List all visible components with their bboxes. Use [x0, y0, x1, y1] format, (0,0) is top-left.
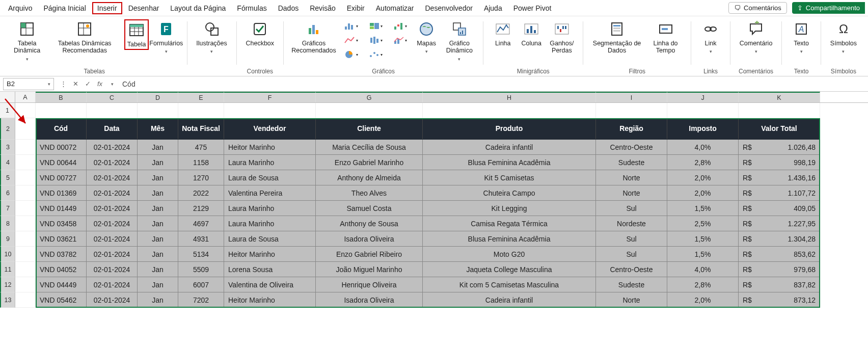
table-cell[interactable]: VND 03458 — [36, 216, 87, 231]
column-header-K[interactable]: K — [739, 92, 820, 102]
pivot-chart-button[interactable]: Gráfico Dinâmico ▾ — [443, 19, 476, 63]
column-header-J[interactable]: J — [667, 92, 739, 102]
cell[interactable] — [15, 140, 36, 155]
table-cell[interactable]: 4,0% — [667, 140, 739, 155]
chart-type-statistic[interactable]: ▾ — [365, 34, 386, 47]
row-header-10[interactable]: 10 — [0, 247, 15, 262]
menu-tab-layout-da-página[interactable]: Layout da Página — [165, 2, 231, 14]
table-cell[interactable]: 2129 — [178, 201, 224, 216]
cell[interactable] — [15, 170, 36, 185]
checkbox-button[interactable]: Checkbox — [243, 19, 276, 48]
menu-tab-exibir[interactable]: Exibir — [342, 2, 370, 14]
cell[interactable] — [15, 185, 36, 201]
table-cell[interactable]: Jan — [138, 140, 178, 155]
table-cell[interactable]: 4697 — [178, 216, 224, 231]
table-cell[interactable]: 2,8% — [667, 155, 739, 170]
table-cell[interactable]: Laura de Sousa — [224, 231, 316, 247]
maps-button[interactable]: Mapas ▾ — [414, 19, 439, 55]
table-cell[interactable]: Norte — [596, 292, 667, 308]
table-cell[interactable]: Laura Marinho — [224, 155, 316, 170]
table-cell[interactable]: Henrique Oliveira — [316, 277, 423, 292]
table-cell[interactable]: R$853,62 — [739, 247, 820, 262]
recommended-charts-button[interactable]: Gráficos Recomendados — [291, 19, 337, 56]
sparkline-column-button[interactable]: Coluna — [519, 19, 544, 48]
table-cell[interactable]: Norte — [596, 185, 667, 201]
table-cell[interactable]: 1,5% — [667, 201, 739, 216]
table-cell[interactable]: 02-01-2024 — [87, 277, 138, 292]
cell[interactable] — [36, 103, 87, 118]
table-cell[interactable]: Chuteira Campo — [423, 185, 596, 201]
table-header-cell[interactable]: Região — [596, 118, 667, 140]
table-cell[interactable]: Sudeste — [596, 155, 667, 170]
cell[interactable] — [15, 201, 36, 216]
comments-button[interactable]: 🗨 Comentários — [728, 2, 787, 14]
table-cell[interactable]: R$1.107,72 — [739, 185, 820, 201]
table-cell[interactable]: Kit 5 Camisetas — [423, 170, 596, 185]
row-header-8[interactable]: 8 — [0, 216, 15, 231]
table-cell[interactable]: Heitor Marinho — [224, 292, 316, 308]
column-header-D[interactable]: D — [138, 92, 178, 102]
table-cell[interactable]: Enzo Gabriel Ribeiro — [316, 247, 423, 262]
table-cell[interactable]: 4,0% — [667, 262, 739, 277]
table-cell[interactable]: VND 00072 — [36, 140, 87, 155]
table-cell[interactable]: Jan — [138, 247, 178, 262]
table-cell[interactable]: 7202 — [178, 292, 224, 308]
table-cell[interactable]: 02-01-2024 — [87, 185, 138, 201]
table-cell[interactable]: 2,0% — [667, 292, 739, 308]
table-cell[interactable]: VND 03621 — [36, 231, 87, 247]
cell[interactable] — [87, 103, 138, 118]
table-cell[interactable]: 5134 — [178, 247, 224, 262]
menu-tab-revisão[interactable]: Revisão — [305, 2, 341, 14]
menu-tab-desenvolvedor[interactable]: Desenvolvedor — [420, 2, 477, 14]
chart-type-waterfall[interactable]: ▾ — [390, 19, 410, 33]
table-cell[interactable]: VND 04052 — [36, 262, 87, 277]
table-cell[interactable]: VND 00727 — [36, 170, 87, 185]
table-cell[interactable]: 2,0% — [667, 170, 739, 185]
sparkline-line-button[interactable]: Linha — [491, 19, 515, 48]
row-header-6[interactable]: 6 — [0, 185, 15, 201]
column-header-G[interactable]: G — [316, 92, 423, 102]
table-cell[interactable]: Maria Cecília de Sousa — [316, 140, 423, 155]
slicer-button[interactable]: Segmentação de Dados — [590, 19, 643, 56]
formula-more-button[interactable]: ⋮ — [57, 78, 69, 90]
cell[interactable] — [15, 216, 36, 231]
row-header-4[interactable]: 4 — [0, 155, 15, 170]
cancel-button[interactable]: ✕ — [69, 78, 82, 90]
formula-dropdown[interactable]: ▾ — [106, 78, 118, 90]
cell[interactable] — [739, 103, 820, 118]
table-cell[interactable]: Valentina de Oliveira — [224, 277, 316, 292]
table-cell[interactable]: Blusa Feminina Acadêmia — [423, 155, 596, 170]
insert-function-button[interactable]: fx — [94, 78, 106, 90]
table-cell[interactable]: Sudeste — [596, 277, 667, 292]
table-header-cell[interactable]: Nota Fiscal — [178, 118, 224, 140]
table-cell[interactable]: 6007 — [178, 277, 224, 292]
cell[interactable] — [596, 103, 667, 118]
table-cell[interactable]: R$1.227,95 — [739, 216, 820, 231]
symbols-button[interactable]: Ω Símbolos ▾ — [828, 19, 859, 55]
table-cell[interactable]: R$1.436,16 — [739, 170, 820, 185]
table-cell[interactable]: 02-01-2024 — [87, 155, 138, 170]
spreadsheet-grid[interactable]: ABCDEFGHIJK 12CódDataMêsNota FiscalVende… — [0, 92, 868, 308]
table-cell[interactable]: 2022 — [178, 185, 224, 201]
chart-type-pie[interactable]: ▾ — [341, 48, 361, 61]
menu-tab-automatizar[interactable]: Automatizar — [371, 2, 419, 14]
table-cell[interactable]: Jan — [138, 155, 178, 170]
cell[interactable] — [224, 103, 316, 118]
table-cell[interactable]: Norte — [596, 170, 667, 185]
table-button[interactable]: Tabela — [124, 19, 149, 50]
table-cell[interactable]: Anthony de Almeida — [316, 170, 423, 185]
table-cell[interactable]: 1,5% — [667, 231, 739, 247]
table-cell[interactable]: Nordeste — [596, 216, 667, 231]
table-header-cell[interactable]: Valor Total — [739, 118, 820, 140]
table-cell[interactable]: Isadora Oliveira — [316, 292, 423, 308]
table-cell[interactable]: R$1.026,48 — [739, 140, 820, 155]
table-cell[interactable]: R$1.304,28 — [739, 231, 820, 247]
pivot-table-button[interactable]: Tabela Dinâmica ▾ — [9, 19, 45, 63]
row-header-13[interactable]: 13 — [0, 292, 15, 308]
column-header-H[interactable]: H — [423, 92, 596, 102]
chart-type-bar[interactable]: ▾ — [341, 19, 361, 33]
table-cell[interactable]: Jan — [138, 292, 178, 308]
table-cell[interactable]: Sul — [596, 231, 667, 247]
row-header-5[interactable]: 5 — [0, 170, 15, 185]
table-cell[interactable]: R$979,68 — [739, 262, 820, 277]
